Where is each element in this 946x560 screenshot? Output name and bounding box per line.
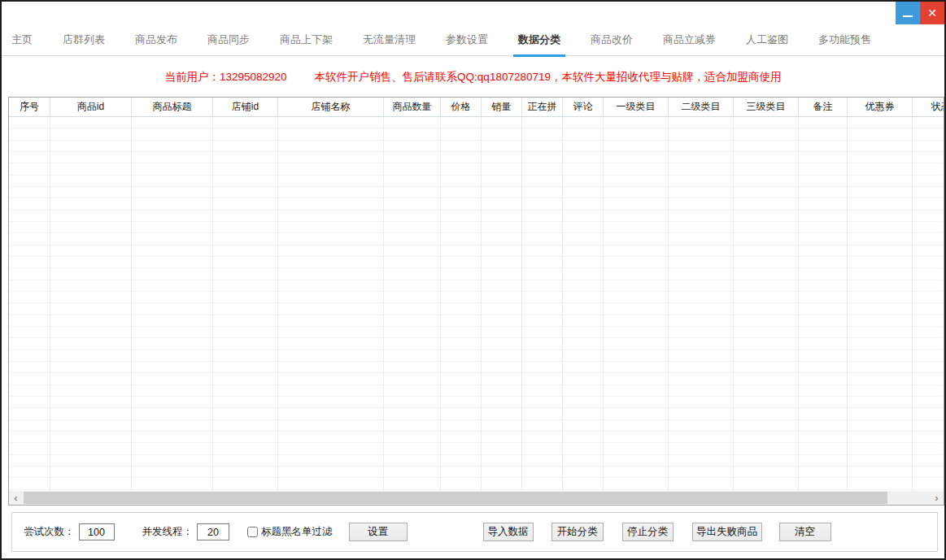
tab-bar: 主页店群列表商品发布商品同步商品上下架无流量清理参数设置数据分类商品改价商品立减… [2,24,944,56]
column-header-1[interactable]: 序号 [9,98,50,116]
tab-7[interactable]: 参数设置 [446,24,488,56]
column-gridline [50,117,132,491]
tab-3[interactable]: 商品发布 [135,24,177,56]
products-table: 序号商品id商品标题店铺id店铺名称商品数量价格销量正在拼评论一级类目二级类目三… [8,97,944,506]
column-header-11[interactable]: 一级类目 [604,98,669,116]
column-gridline [522,117,563,491]
column-header-14[interactable]: 备注 [799,98,848,116]
tab-label: 无流量清理 [363,33,416,47]
tab-label: 商品发布 [135,33,177,47]
current-user-text: 当前用户：13295082920 [165,70,287,85]
tab-2[interactable]: 店群列表 [63,24,105,56]
settings-button[interactable]: 设置 [349,523,408,541]
blacklist-filter-label: 标题黑名单过滤 [261,525,333,539]
column-header-13[interactable]: 三级类目 [734,98,799,116]
column-gridline [278,117,384,491]
import-data-button[interactable]: 导入数据 [483,523,534,541]
column-header-12[interactable]: 二级类目 [669,98,734,116]
tab-label: 多功能预售 [818,33,871,47]
scroll-left-arrow[interactable]: ‹ [9,491,23,505]
column-gridline [482,117,522,491]
column-header-15[interactable]: 优惠券 [848,98,913,116]
column-gridline [563,117,604,491]
table-columns [9,117,944,491]
column-gridline [384,117,441,491]
column-header-6[interactable]: 商品数量 [384,98,441,116]
start-classify-button[interactable]: 开始分类 [551,523,604,541]
tab-10[interactable]: 商品立减券 [663,24,716,56]
tab-6[interactable]: 无流量清理 [363,24,416,56]
notice-message: 本软件开户销售、售后请联系QQ:qq1807280719，本软件大量招收代理与贴… [315,70,782,85]
clear-button[interactable]: 清空 [779,523,831,541]
tab-label: 商品改价 [591,33,633,47]
notice-bar: 当前用户：13295082920 本软件开户销售、售后请联系QQ:qq18072… [2,57,944,97]
threads-input[interactable] [197,523,229,540]
column-header-9[interactable]: 正在拼 [522,98,563,116]
column-gridline [604,117,669,491]
column-header-7[interactable]: 价格 [441,98,482,116]
minimize-button[interactable] [896,2,920,24]
tab-label: 参数设置 [446,33,488,47]
column-header-3[interactable]: 商品标题 [132,98,213,116]
column-header-5[interactable]: 店铺名称 [278,98,384,116]
column-header-4[interactable]: 店铺id [213,98,278,116]
blacklist-filter-group: 标题黑名单过滤 [247,525,333,539]
tab-11[interactable]: 人工鉴图 [746,24,788,56]
column-header-2[interactable]: 商品id [50,98,132,116]
column-gridline [734,117,799,491]
column-gridline [441,117,482,491]
column-gridline [799,117,848,491]
scrollbar-thumb[interactable] [24,492,887,504]
column-gridline [848,117,913,491]
tab-5[interactable]: 商品上下架 [280,24,333,56]
horizontal-scrollbar[interactable]: ‹ › [9,491,944,505]
column-header-16[interactable]: 状态 [913,98,944,116]
stop-classify-button[interactable]: 停止分类 [622,523,674,541]
bottom-toolbar: 尝试次数： 并发线程： 标题黑名单过滤 设置 导入数据 开始分类 停止分类 导出… [11,512,938,552]
tab-label: 商品上下架 [280,33,333,47]
column-gridline [9,117,50,491]
tab-9[interactable]: 商品改价 [591,24,633,56]
tab-8[interactable]: 数据分类 [518,24,560,56]
close-icon: ✕ [927,7,937,19]
scroll-right-arrow[interactable]: › [930,491,944,505]
column-gridline [132,117,213,491]
threads-label: 并发线程： [142,525,194,539]
column-gridline [213,117,278,491]
column-gridline [913,117,944,491]
retry-count-label: 尝试次数： [24,525,75,539]
tab-label: 店群列表 [63,33,105,47]
table-header: 序号商品id商品标题店铺id店铺名称商品数量价格销量正在拼评论一级类目二级类目三… [9,98,944,117]
table-body [9,117,944,491]
export-failed-button[interactable]: 导出失败商品 [692,523,762,541]
tab-label: 商品立减券 [663,33,716,47]
tab-label: 商品同步 [207,33,250,47]
tab-label: 人工鉴图 [746,33,788,47]
column-gridline [669,117,734,491]
tab-4[interactable]: 商品同步 [207,24,250,56]
close-button[interactable]: ✕ [920,2,944,24]
title-blacklist-checkbox[interactable] [247,527,258,537]
retry-count-input[interactable] [79,523,115,540]
minimize-icon [903,15,913,17]
tab-1[interactable]: 主页 [11,24,33,56]
column-header-10[interactable]: 评论 [563,98,604,116]
tab-12[interactable]: 多功能预售 [818,24,871,56]
column-header-8[interactable]: 销量 [482,98,522,116]
tab-label: 主页 [11,33,33,47]
app-window: ✕ 主页店群列表商品发布商品同步商品上下架无流量清理参数设置数据分类商品改价商品… [0,0,946,560]
tab-label: 数据分类 [518,33,560,47]
